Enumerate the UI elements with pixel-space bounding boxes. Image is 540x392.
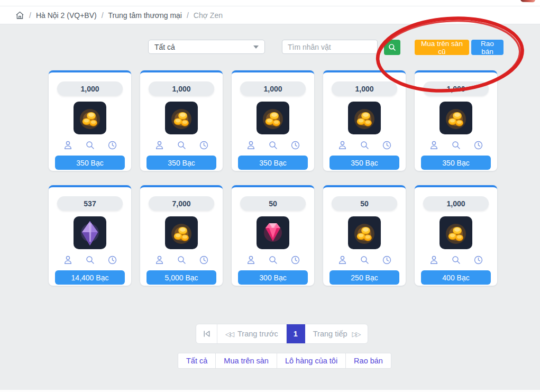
tab-all[interactable]: Tất cả xyxy=(178,353,216,368)
inspect-magnifier-icon[interactable] xyxy=(360,255,370,265)
price-buy-button[interactable]: 350 Bạc xyxy=(55,156,125,170)
breadcrumb: / Hà Nội 2 (VQ+BV) / Trung tâm thương mạ… xyxy=(0,6,540,24)
bottom-white-strip xyxy=(0,390,540,392)
inspect-magnifier-icon[interactable] xyxy=(451,140,461,150)
price-buy-button[interactable]: 250 Bạc xyxy=(330,270,399,285)
inspect-magnifier-icon[interactable] xyxy=(360,140,370,150)
card-actions xyxy=(246,140,300,150)
quantity-pill: 537 xyxy=(57,196,123,211)
price-buy-button[interactable]: 350 Bạc xyxy=(238,156,308,170)
search-input[interactable] xyxy=(282,40,378,54)
quantity-pill: 1,000 xyxy=(423,81,489,96)
pagination-next[interactable]: Trang tiếp ▷▷ xyxy=(305,324,368,343)
card-actions xyxy=(154,255,209,265)
first-page-icon xyxy=(203,330,211,338)
card-actions xyxy=(63,255,117,265)
clock-icon[interactable] xyxy=(382,140,392,150)
quantity-pill: 1,000 xyxy=(332,81,397,96)
item-image[interactable] xyxy=(440,216,472,249)
quantity-pill: 50 xyxy=(332,196,397,211)
seller-user-icon[interactable] xyxy=(429,140,439,150)
item-image[interactable] xyxy=(74,102,106,134)
item-card: 1,000 xyxy=(415,70,497,171)
purple-gem-icon xyxy=(74,216,106,249)
seller-user-icon[interactable] xyxy=(154,255,164,265)
item-card: 7,000 xyxy=(140,185,223,286)
card-actions xyxy=(429,140,483,150)
quantity-pill: 50 xyxy=(240,196,306,211)
double-right-arrow-icon: ▷▷ xyxy=(352,330,360,338)
price-buy-button[interactable]: 300 Bạc xyxy=(238,270,308,285)
price-buy-button[interactable]: 350 Bạc xyxy=(421,156,491,170)
quantity-pill: 1,000 xyxy=(240,81,306,96)
card-actions xyxy=(246,255,300,265)
clock-icon[interactable] xyxy=(290,140,300,150)
price-buy-button[interactable]: 400 Bạc xyxy=(421,270,491,285)
inspect-magnifier-icon[interactable] xyxy=(85,140,95,150)
card-actions xyxy=(337,255,392,265)
breadcrumb-item-current: Chợ Zen xyxy=(194,11,223,20)
buy-old-market-button[interactable]: Mua trên sàn cũ xyxy=(415,40,469,55)
clock-icon[interactable] xyxy=(107,140,117,150)
item-image[interactable] xyxy=(348,102,381,134)
seller-user-icon[interactable] xyxy=(63,140,73,150)
clock-icon[interactable] xyxy=(107,255,117,265)
breadcrumb-item-server[interactable]: Hà Nội 2 (VQ+BV) xyxy=(36,11,97,20)
pagination-next-label: Trang tiếp xyxy=(313,330,347,338)
search-button[interactable] xyxy=(384,40,400,55)
inspect-magnifier-icon[interactable] xyxy=(85,255,95,265)
gold-coins-icon xyxy=(257,102,289,134)
category-filter-dropdown[interactable]: Tất cả xyxy=(148,40,265,54)
clock-icon[interactable] xyxy=(473,140,483,150)
gold-coins-icon xyxy=(348,102,381,134)
tab-my-listings[interactable]: Lô hàng của tôi xyxy=(277,353,346,368)
seller-user-icon[interactable] xyxy=(337,255,347,265)
pagination-first-page[interactable] xyxy=(196,324,217,343)
seller-user-icon[interactable] xyxy=(63,255,73,265)
clock-icon[interactable] xyxy=(199,255,209,265)
clock-icon[interactable] xyxy=(382,255,392,265)
price-buy-button[interactable]: 5,000 Bạc xyxy=(147,270,216,285)
inspect-magnifier-icon[interactable] xyxy=(177,255,187,265)
inspect-magnifier-icon[interactable] xyxy=(268,255,278,265)
seller-user-icon[interactable] xyxy=(246,140,256,150)
item-image[interactable] xyxy=(348,216,381,249)
tab-sell[interactable]: Rao bán xyxy=(346,353,391,368)
seller-user-icon[interactable] xyxy=(154,140,164,150)
pagination: ◁◁ Trang trước 1 Trang tiếp ▷▷ xyxy=(196,324,368,344)
double-left-arrow-icon: ◁◁ xyxy=(225,330,233,338)
inspect-magnifier-icon[interactable] xyxy=(177,140,187,150)
tab-buy-on-market[interactable]: Mua trên sàn xyxy=(216,353,277,368)
breadcrumb-separator: / xyxy=(102,11,104,20)
gold-coins-icon xyxy=(165,216,198,249)
pagination-prev[interactable]: ◁◁ Trang trước xyxy=(217,324,287,343)
home-icon[interactable] xyxy=(15,11,24,20)
item-image[interactable] xyxy=(257,102,289,134)
pagination-prev-label: Trang trước xyxy=(237,330,278,338)
market-footer-tabs: Tất cả Mua trên sàn Lô hàng của tôi Rao … xyxy=(178,353,391,369)
item-image[interactable] xyxy=(165,102,198,134)
price-buy-button[interactable]: 14,400 Bạc xyxy=(55,270,125,285)
clock-icon[interactable] xyxy=(473,255,483,265)
quantity-pill: 1,000 xyxy=(423,196,489,211)
item-image[interactable] xyxy=(165,216,198,249)
seller-user-icon[interactable] xyxy=(337,140,347,150)
item-card: 1,000 xyxy=(415,185,497,286)
seller-user-icon[interactable] xyxy=(429,255,439,265)
item-image[interactable] xyxy=(440,102,472,134)
inspect-magnifier-icon[interactable] xyxy=(268,140,278,150)
price-buy-button[interactable]: 350 Bạc xyxy=(147,156,216,170)
breadcrumb-separator: / xyxy=(29,11,31,20)
item-card: 537 14,400 xyxy=(49,185,131,286)
clock-icon[interactable] xyxy=(290,255,300,265)
gold-coins-icon xyxy=(74,102,106,134)
breadcrumb-item-mall[interactable]: Trung tâm thương mại xyxy=(108,11,182,20)
sell-button[interactable]: Rao bán xyxy=(471,40,504,55)
seller-user-icon[interactable] xyxy=(246,255,256,265)
inspect-magnifier-icon[interactable] xyxy=(451,255,461,265)
item-image[interactable] xyxy=(257,216,289,249)
item-image[interactable] xyxy=(74,216,106,249)
pagination-current-page[interactable]: 1 xyxy=(287,324,305,343)
clock-icon[interactable] xyxy=(199,140,209,150)
price-buy-button[interactable]: 350 Bạc xyxy=(330,156,399,170)
